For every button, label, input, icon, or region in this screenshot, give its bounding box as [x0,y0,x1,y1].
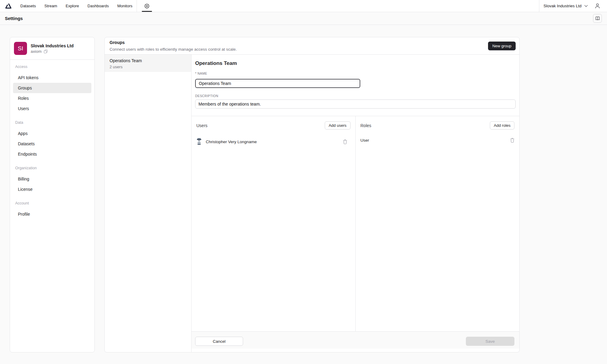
org-slug: axiom [31,49,42,54]
org-switcher[interactable]: Slovak Industries Ltd [539,0,592,12]
sidebar-nav: Access API tokens Groups Roles Users Dat… [10,60,94,222]
roles-column: Roles Add roles User [356,116,520,331]
nav-monitors[interactable]: Monitors [113,0,137,12]
group-detail-heading: Operations Team [195,60,516,67]
sidebar-item-datasets[interactable]: Datasets [13,139,91,149]
users-column: Users Add users [192,116,356,331]
org-name: Slovak Industries Ltd [31,43,74,48]
user-icon [595,3,600,9]
org-block: SI Slovak Industries Ltd axiom [10,37,94,59]
description-field-label: DESCRIPTION [195,94,516,98]
sidebar-item-apps[interactable]: Apps [13,128,91,139]
group-name-input[interactable] [195,79,360,88]
gear-icon [144,3,150,9]
chevron-down-icon [584,5,588,7]
axiom-logo-icon[interactable] [0,0,16,12]
groups-subtitle: Connect users with roles to efficiently … [110,47,516,52]
sidebar-item-groups[interactable]: Groups [13,83,91,93]
form-footer: Cancel Save [192,331,519,349]
page-header: Settings [0,12,607,25]
groups-panel: Groups Connect users with roles to effic… [104,37,520,352]
group-detail: Operations Team * NAME DESCRIPTION Users… [192,55,519,352]
sidebar-item-api-tokens[interactable]: API tokens [13,72,91,83]
book-icon [595,16,600,21]
nav-settings-tab[interactable] [137,0,157,12]
copy-icon[interactable] [44,49,48,53]
role-row: User [361,138,515,143]
save-button[interactable]: Save [466,337,514,346]
new-group-button[interactable]: New group [488,42,516,50]
remove-role-button[interactable] [510,138,514,143]
sidebar-item-users[interactable]: Users [13,103,91,114]
trash-icon [510,138,514,143]
groups-title: Groups [110,40,516,45]
group-user-count: 2 users [110,65,186,69]
role-name: User [361,138,369,143]
nav-stream[interactable]: Stream [40,0,61,12]
section-label-access: Access [13,62,91,71]
users-title: Users [196,123,208,128]
active-tab-underline [142,11,152,12]
user-row: Christopher Very Longname [196,138,351,146]
nav-datasets[interactable]: Datasets [16,0,40,12]
group-name: Operations Team [110,58,186,63]
cancel-button[interactable]: Cancel [195,337,243,346]
user-pixel-avatar [196,138,202,146]
section-label-organization: Organization [13,163,91,173]
page-title: Settings [5,16,23,21]
remove-user-button[interactable] [343,139,347,144]
section-label-data: Data [13,118,91,127]
trash-icon [343,139,347,144]
groups-header: Groups Connect users with roles to effic… [105,37,519,55]
sidebar-item-roles[interactable]: Roles [13,93,91,103]
org-switcher-label: Slovak Industries Ltd [544,4,582,8]
nav-explore[interactable]: Explore [61,0,83,12]
group-list-item[interactable]: Operations Team 2 users [105,55,191,72]
docs-panel-button[interactable] [593,14,602,23]
user-menu[interactable] [592,0,607,12]
org-avatar: SI [14,42,27,55]
group-description-input[interactable] [195,99,516,109]
settings-sidebar: SI Slovak Industries Ltd axiom Access AP… [10,37,95,352]
sidebar-item-profile[interactable]: Profile [13,209,91,219]
sidebar-item-endpoints[interactable]: Endpoints [13,149,91,159]
group-list: Operations Team 2 users [105,55,192,352]
add-roles-button[interactable]: Add roles [490,121,514,130]
roles-title: Roles [361,123,371,128]
add-users-button[interactable]: Add users [325,121,351,130]
sidebar-item-license[interactable]: License [13,184,91,194]
name-field-label: * NAME [195,71,516,76]
top-nav: Datasets Stream Explore Dashboards Monit… [0,0,607,12]
user-name: Christopher Very Longname [206,140,257,144]
sidebar-item-billing[interactable]: Billing [13,174,91,184]
section-label-account: Account [13,199,91,208]
nav-dashboards[interactable]: Dashboards [83,0,113,12]
